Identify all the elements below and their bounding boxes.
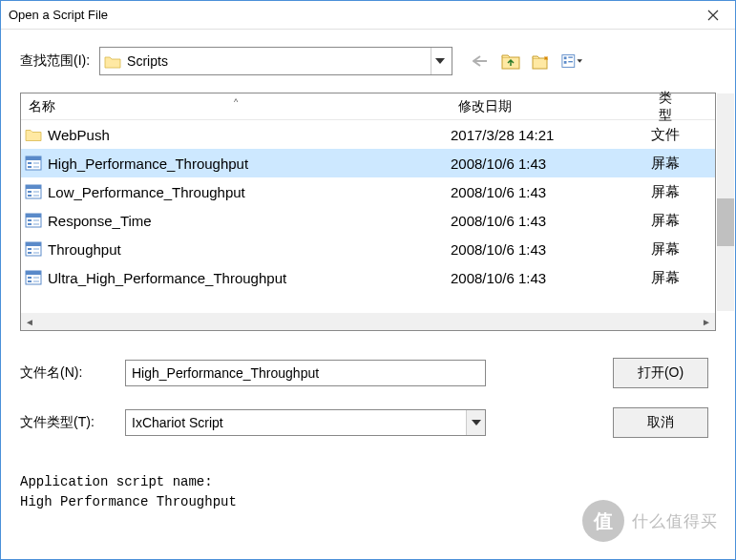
folder-icon <box>25 127 42 142</box>
file-type: 屏幕 <box>651 269 689 287</box>
svg-rect-34 <box>28 280 32 282</box>
new-folder-button[interactable] <box>531 51 552 72</box>
dropdown-arrow-icon[interactable] <box>431 48 448 74</box>
close-button[interactable] <box>699 1 727 30</box>
file-date: 2008/10/6 1:43 <box>451 156 651 172</box>
filetype-row: 文件类型(T): IxChariot Script 取消 <box>20 407 716 438</box>
file-row[interactable]: Low_Performance_Throughput2008/10/6 1:43… <box>21 177 715 206</box>
script-file-icon <box>25 241 42 257</box>
file-name: Ultra_High_Performance_Throughput <box>48 270 286 286</box>
look-in-value: Scripts <box>127 53 431 69</box>
svg-rect-33 <box>28 277 32 279</box>
look-in-label: 查找范围(I): <box>20 52 90 70</box>
svg-rect-23 <box>33 219 39 221</box>
file-row[interactable]: Throughput2008/10/6 1:43屏幕 <box>21 235 715 263</box>
svg-rect-24 <box>33 223 39 225</box>
svg-rect-36 <box>33 280 39 282</box>
sort-indicator-icon: ^ <box>234 97 238 107</box>
file-type: 屏幕 <box>651 240 689 259</box>
folder-up-icon <box>501 53 520 70</box>
svg-rect-14 <box>26 185 41 189</box>
file-date: 2008/10/6 1:43 <box>451 270 651 286</box>
script-file-icon <box>25 184 42 199</box>
file-list-area: ^ 名称 修改日期 类型 ^ WebPush2017/3/28 14:21文件H… <box>20 93 716 331</box>
filename-label: 文件名(N): <box>20 364 106 382</box>
cancel-button[interactable]: 取消 <box>613 407 708 438</box>
file-date: 2008/10/6 1:43 <box>451 241 651 258</box>
svg-rect-20 <box>26 214 41 218</box>
file-name: WebPush <box>48 127 110 143</box>
scroll-right-button[interactable]: ► <box>698 313 715 330</box>
svg-rect-15 <box>28 191 32 193</box>
svg-rect-26 <box>26 242 41 246</box>
file-name: Low_Performance_Throughput <box>48 184 245 200</box>
window-title: Open a Script File <box>9 8 699 22</box>
bottom-section: 文件名(N): 打开(O) 文件类型(T): IxChariot Script … <box>1 339 735 463</box>
filename-input[interactable] <box>125 360 486 386</box>
view-menu-button[interactable] <box>561 51 582 72</box>
watermark-badge: 值 <box>582 500 624 542</box>
svg-rect-16 <box>28 195 32 197</box>
file-date: 2017/3/28 14:21 <box>451 127 651 143</box>
folder-new-icon <box>532 53 551 70</box>
svg-rect-9 <box>28 162 32 164</box>
filetype-combo[interactable]: IxChariot Script <box>125 409 486 436</box>
file-type: 屏幕 <box>651 183 689 201</box>
column-header-name[interactable]: ^ 名称 <box>21 98 451 115</box>
vertical-scrollbar[interactable] <box>717 93 734 311</box>
script-file-icon <box>25 270 42 285</box>
filetype-label: 文件类型(T): <box>20 414 106 431</box>
close-icon <box>707 10 719 21</box>
svg-rect-35 <box>33 277 39 279</box>
file-type: 屏幕 <box>651 212 689 230</box>
svg-rect-21 <box>28 219 32 221</box>
file-row[interactable]: WebPush2017/3/28 14:21文件 <box>21 120 715 149</box>
file-type: 屏幕 <box>651 155 689 173</box>
svg-rect-29 <box>33 248 39 250</box>
svg-rect-17 <box>33 191 39 193</box>
view-menu-icon <box>561 53 582 69</box>
file-list-header: ^ 名称 修改日期 类型 <box>21 93 715 120</box>
file-name: Response_Time <box>48 213 152 229</box>
file-name: High_Performance_Throughput <box>48 156 248 172</box>
scrollbar-thumb[interactable] <box>717 198 734 246</box>
file-type: 文件 <box>651 126 689 144</box>
script-info-label: Application script name: <box>20 472 716 492</box>
open-file-dialog: Open a Script File 查找范围(I): Scripts <box>0 0 736 560</box>
script-file-icon <box>25 213 42 228</box>
file-list[interactable]: WebPush2017/3/28 14:21文件High_Performance… <box>21 120 715 292</box>
svg-rect-10 <box>28 166 32 168</box>
filename-row: 文件名(N): 打开(O) <box>20 358 716 388</box>
back-button[interactable] <box>470 51 491 72</box>
horizontal-scrollbar[interactable]: ◄ ► <box>21 313 715 330</box>
svg-rect-11 <box>33 162 39 164</box>
file-row[interactable]: High_Performance_Throughput2008/10/6 1:4… <box>21 149 715 177</box>
scroll-left-button[interactable]: ◄ <box>21 313 38 330</box>
titlebar: Open a Script File <box>1 1 735 30</box>
svg-rect-32 <box>26 271 41 275</box>
watermark-text: 什么值得买 <box>632 510 718 532</box>
file-row[interactable]: Response_Time2008/10/6 1:43屏幕 <box>21 206 715 235</box>
column-header-date[interactable]: 修改日期 <box>451 98 651 115</box>
arrow-left-icon <box>473 55 488 67</box>
svg-rect-27 <box>28 248 32 250</box>
script-file-icon <box>25 156 42 171</box>
svg-rect-5 <box>568 56 573 57</box>
svg-rect-22 <box>28 223 32 225</box>
look-in-row: 查找范围(I): Scripts <box>1 30 735 85</box>
column-header-type[interactable]: 类型 <box>651 90 689 124</box>
file-date: 2008/10/6 1:43 <box>451 184 651 200</box>
toolbar-icons <box>470 51 582 72</box>
svg-rect-28 <box>28 252 32 254</box>
file-name: Throughput <box>48 241 121 258</box>
svg-rect-30 <box>33 252 39 254</box>
open-button[interactable]: 打开(O) <box>613 358 708 388</box>
svg-rect-3 <box>564 56 567 59</box>
look-in-combo[interactable]: Scripts <box>99 47 452 75</box>
up-folder-button[interactable] <box>500 51 521 72</box>
filetype-value: IxChariot Script <box>126 415 466 430</box>
svg-rect-4 <box>564 61 567 64</box>
dropdown-arrow-icon[interactable] <box>466 410 485 435</box>
file-row[interactable]: Ultra_High_Performance_Throughput2008/10… <box>21 263 715 292</box>
watermark: 值 什么值得买 <box>582 500 718 542</box>
